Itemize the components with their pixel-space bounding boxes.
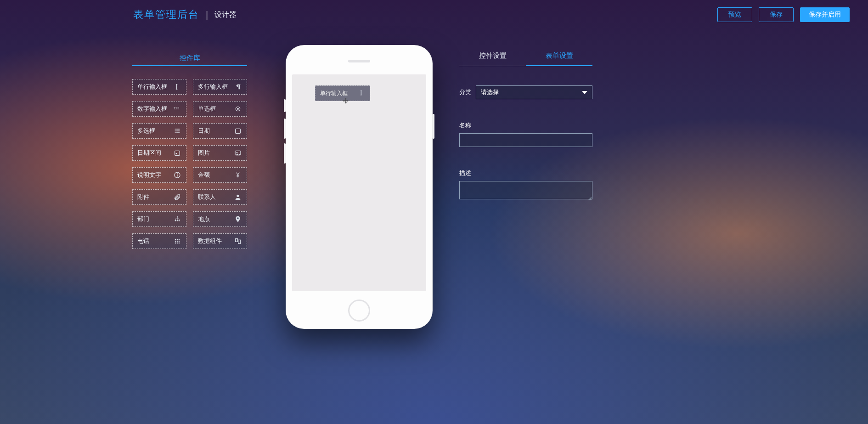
palette-item-4[interactable]: 多选框 <box>132 123 186 139</box>
palette-item-8[interactable]: 说明文字 <box>132 167 186 183</box>
palette-item-label: 部门 <box>137 215 149 223</box>
palette-item-label: 附件 <box>137 193 149 201</box>
palette-item-3[interactable]: 单选框 <box>193 101 247 117</box>
palette-item-0[interactable]: 单行输入框 <box>132 79 186 95</box>
palette-item-label: 电话 <box>137 237 149 245</box>
phone-home-button <box>348 300 370 322</box>
palette-item-label: 多行输入框 <box>198 83 228 91</box>
palette-title: 控件库 <box>132 51 247 66</box>
palette-item-label: 单选框 <box>198 105 216 113</box>
text-cursor-icon <box>173 83 181 90</box>
palette-item-11[interactable]: 联系人 <box>193 189 247 205</box>
palette-item-label: 联系人 <box>198 193 216 201</box>
app-title: 表单管理后台 <box>133 8 199 22</box>
palette-item-label: 金额 <box>198 171 210 179</box>
properties-tabs: 控件设置 表单设置 <box>459 51 592 66</box>
palette-item-label: 地点 <box>198 215 210 223</box>
palette-item-2[interactable]: 数字输入框 <box>132 101 186 117</box>
palette-item-14[interactable]: 电话 <box>132 233 186 249</box>
page-subtitle: 设计器 <box>214 10 237 20</box>
palette-item-10[interactable]: 附件 <box>132 189 186 205</box>
save-button[interactable]: 保存 <box>759 7 794 22</box>
description-input[interactable] <box>459 181 592 199</box>
chevron-down-icon <box>582 91 587 94</box>
phone-volume-down <box>284 143 286 164</box>
palette-item-5[interactable]: 日期 <box>193 123 247 139</box>
phone-frame: 单行输入框 <box>286 45 433 329</box>
name-input[interactable] <box>459 133 592 147</box>
palette-item-9[interactable]: 金额 <box>193 167 247 183</box>
palette-item-label: 日期 <box>198 127 210 135</box>
paperclip-icon <box>173 193 181 201</box>
palette-item-15[interactable]: 数据组件 <box>193 233 247 249</box>
palette-item-label: 多选框 <box>137 127 155 135</box>
widget-palette: 控件库 单行输入框多行输入框数字输入框单选框多选框日期日期区间图片说明文字金额附… <box>132 51 247 249</box>
person-icon <box>234 193 242 201</box>
palette-item-label: 日期区间 <box>137 149 161 157</box>
tab-widget-settings[interactable]: 控件设置 <box>459 51 526 66</box>
dataset-icon <box>234 237 242 245</box>
top-actions: 预览 保存 保存并启用 <box>717 7 850 22</box>
phone-speaker <box>348 60 370 62</box>
phone-power <box>433 114 434 139</box>
palette-item-label: 说明文字 <box>137 171 161 179</box>
phone-volume-up <box>284 119 286 139</box>
dragging-widget-label: 单行输入框 <box>320 90 348 97</box>
category-label: 分类 <box>459 88 476 96</box>
move-cursor-icon <box>342 97 350 107</box>
palette-item-13[interactable]: 地点 <box>193 211 247 227</box>
description-label: 描述 <box>459 169 592 177</box>
phone-mute-switch <box>284 99 286 112</box>
calendar-icon <box>234 127 242 135</box>
dialpad-icon <box>173 237 181 245</box>
radio-icon <box>234 105 242 113</box>
palette-item-label: 单行输入框 <box>137 83 167 91</box>
canvas-drop-area[interactable]: 单行输入框 <box>292 74 426 291</box>
properties-panel: 控件设置 表单设置 分类 请选择 名称 描述 <box>459 51 592 201</box>
palette-item-7[interactable]: 图片 <box>193 145 247 161</box>
pin-icon <box>234 215 242 223</box>
yen-icon <box>234 171 242 179</box>
image-icon <box>234 149 242 157</box>
palette-item-1[interactable]: 多行输入框 <box>193 79 247 95</box>
name-label: 名称 <box>459 121 592 130</box>
category-field: 分类 请选择 <box>459 85 592 99</box>
palette-item-12[interactable]: 部门 <box>132 211 186 227</box>
palette-item-6[interactable]: 日期区间 <box>132 145 186 161</box>
paragraph-icon <box>234 83 242 90</box>
title-separator: | <box>206 10 208 20</box>
save-enable-button[interactable]: 保存并启用 <box>800 7 850 22</box>
text-cursor-icon <box>358 89 365 98</box>
org-icon <box>173 215 181 223</box>
palette-item-label: 数据组件 <box>198 237 222 245</box>
category-select[interactable]: 请选择 <box>476 85 592 99</box>
tab-form-settings[interactable]: 表单设置 <box>526 51 592 66</box>
checklist-icon <box>173 127 181 135</box>
palette-item-label: 数字输入框 <box>137 105 167 113</box>
info-icon <box>173 171 181 179</box>
palette-item-label: 图片 <box>198 149 210 157</box>
top-bar: 表单管理后台 | 设计器 预览 保存 保存并启用 <box>0 2 868 28</box>
preview-button[interactable]: 预览 <box>717 7 752 22</box>
category-value: 请选择 <box>481 88 499 96</box>
digits-icon <box>173 105 181 113</box>
calendar-range-icon <box>173 149 181 157</box>
